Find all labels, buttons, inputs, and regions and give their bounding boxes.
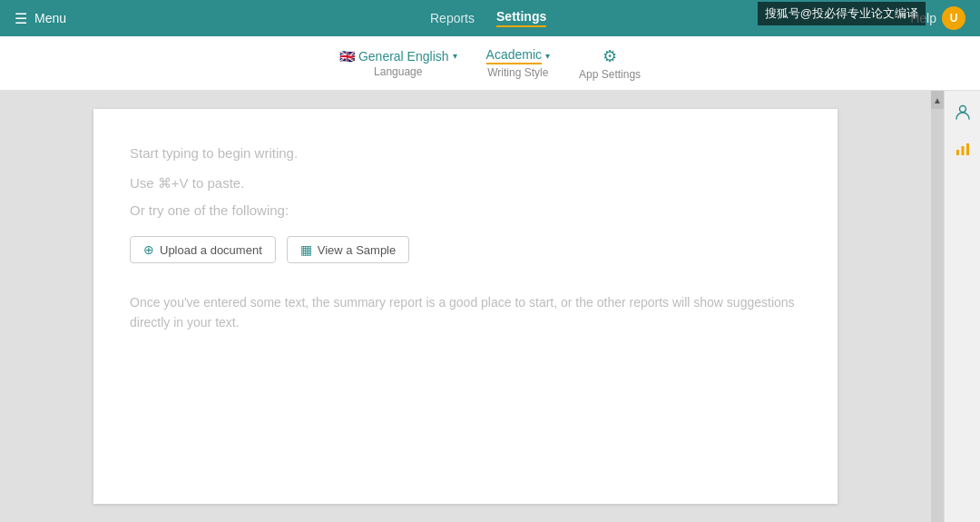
help-label[interactable]: Help bbox=[910, 11, 936, 25]
language-value: General English bbox=[358, 49, 449, 64]
scroll-up-button[interactable]: ▲ bbox=[931, 91, 944, 109]
document-note: Once you've entered some text, the summa… bbox=[130, 292, 801, 333]
right-sidebar bbox=[944, 91, 980, 522]
menu-button[interactable]: ☰ Menu bbox=[15, 10, 66, 27]
avatar[interactable]: U bbox=[942, 6, 965, 30]
language-chevron: ▾ bbox=[453, 51, 457, 61]
writing-style-selector[interactable]: Academic ▾ Writing Style bbox=[486, 47, 550, 79]
top-nav: ☰ Menu Reports Settings Help U bbox=[0, 0, 980, 36]
vertical-scrollbar[interactable]: ▲ bbox=[931, 91, 944, 522]
style-chevron: ▾ bbox=[545, 51, 550, 61]
language-label: Language bbox=[374, 65, 422, 78]
svg-rect-2 bbox=[961, 146, 964, 155]
sample-icon: ▦ bbox=[300, 242, 312, 257]
upload-icon: ⊕ bbox=[143, 242, 154, 257]
upload-label: Upload a document bbox=[160, 243, 262, 257]
gear-icon: ⚙ bbox=[603, 46, 617, 66]
flag-icon: 🇬🇧 bbox=[339, 49, 355, 64]
app-settings-button[interactable]: ⚙ App Settings bbox=[579, 46, 641, 81]
main-content: Start typing to begin writing. Use ⌘+V t… bbox=[0, 91, 980, 522]
reports-link[interactable]: Reports bbox=[430, 11, 475, 25]
view-sample-button[interactable]: ▦ View a Sample bbox=[287, 236, 409, 263]
sample-label: View a Sample bbox=[318, 243, 396, 257]
sidebar-chart-icon[interactable] bbox=[948, 134, 977, 163]
hint-try-following: Or try one of the following: bbox=[130, 202, 801, 218]
nav-center: Reports Settings bbox=[430, 9, 546, 27]
svg-rect-1 bbox=[956, 150, 959, 155]
style-label: Writing Style bbox=[487, 66, 548, 79]
style-value: Academic bbox=[486, 47, 542, 64]
app-settings-label: App Settings bbox=[579, 68, 641, 81]
settings-link[interactable]: Settings bbox=[496, 9, 546, 27]
document-area: Start typing to begin writing. Use ⌘+V t… bbox=[0, 91, 931, 522]
nav-right: Help U bbox=[910, 6, 965, 30]
toolbar: 🇬🇧 General English ▾ Language Academic ▾… bbox=[0, 36, 980, 91]
menu-icon: ☰ bbox=[15, 10, 27, 27]
document-action-buttons: ⊕ Upload a document ▦ View a Sample bbox=[130, 236, 801, 263]
upload-document-button[interactable]: ⊕ Upload a document bbox=[130, 236, 276, 263]
hint-start-typing: Start typing to begin writing. bbox=[130, 145, 801, 161]
svg-rect-3 bbox=[966, 143, 969, 155]
menu-label: Menu bbox=[34, 11, 66, 25]
hint-paste: Use ⌘+V to paste. bbox=[130, 175, 801, 192]
document-paper[interactable]: Start typing to begin writing. Use ⌘+V t… bbox=[93, 109, 838, 504]
svg-point-0 bbox=[959, 106, 965, 113]
language-selector[interactable]: 🇬🇧 General English ▾ Language bbox=[339, 49, 457, 78]
sidebar-person-icon[interactable] bbox=[948, 98, 977, 127]
